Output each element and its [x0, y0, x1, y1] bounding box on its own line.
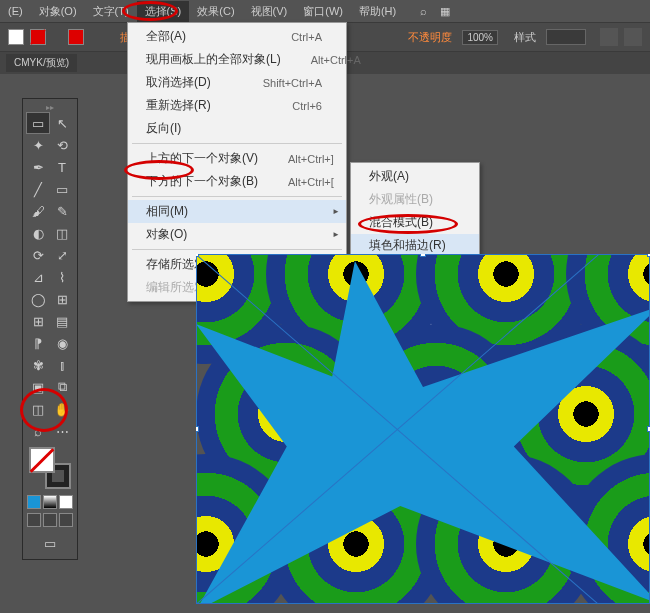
- zoom-tool[interactable]: ⌕: [27, 421, 49, 441]
- transform-icon[interactable]: [624, 28, 642, 46]
- toolbox: ▸▸ ▭↖ ✦⟲ ✒T ╱▭ 🖌✎ ◐◫ ⟳⤢ ⊿⌇ ◯⊞ ⊞▤ ⁋◉ ✾⫿ ▣…: [22, 98, 78, 560]
- align-icon[interactable]: [600, 28, 618, 46]
- rotate-tool[interactable]: ⟳: [27, 245, 49, 265]
- menu-next-above[interactable]: 上方的下一个对象(V)Alt+Ctrl+]: [128, 147, 346, 170]
- tab-handle-icon[interactable]: ▸▸: [27, 103, 73, 111]
- brush-tool[interactable]: 🖌: [27, 201, 49, 221]
- eraser-tool[interactable]: ◫: [51, 223, 73, 243]
- menu-select[interactable]: 选择(S): [137, 1, 190, 22]
- lasso-tool[interactable]: ⟲: [51, 135, 73, 155]
- selection-bounds: [196, 254, 650, 604]
- direct-selection-tool[interactable]: ↖: [51, 113, 73, 133]
- same-blend-mode[interactable]: 混合模式(B): [351, 211, 479, 234]
- menu-same[interactable]: 相同(M): [128, 200, 346, 223]
- pen-tool[interactable]: ✒: [27, 157, 49, 177]
- eyedropper-tool[interactable]: ⁋: [27, 333, 49, 353]
- menu-object[interactable]: 对象(O): [128, 223, 346, 246]
- pencil-tool[interactable]: ✎: [51, 201, 73, 221]
- opacity-value[interactable]: 100%: [462, 30, 498, 45]
- selection-tool[interactable]: ▭: [27, 113, 49, 133]
- color-mode[interactable]: [27, 495, 41, 509]
- menubar: (E) 对象(O) 文字(T) 选择(S) 效果(C) 视图(V) 窗口(W) …: [0, 0, 650, 22]
- menu-inverse[interactable]: 反向(I): [128, 117, 346, 140]
- menu-view[interactable]: 视图(V): [243, 1, 296, 22]
- menu-help[interactable]: 帮助(H): [351, 1, 404, 22]
- mesh-tool[interactable]: ⊞: [27, 311, 49, 331]
- type-tool[interactable]: T: [51, 157, 73, 177]
- graph-tool[interactable]: ⫿: [51, 355, 73, 375]
- none-mode[interactable]: [59, 495, 73, 509]
- menu-select-artboard[interactable]: 现用画板上的全部对象(L)Alt+Ctrl+A: [128, 48, 346, 71]
- menu-deselect[interactable]: 取消选择(D)Shift+Ctrl+A: [128, 71, 346, 94]
- scale-tool[interactable]: ⤢: [51, 245, 73, 265]
- arrange-icon[interactable]: ▦: [436, 2, 454, 20]
- menu-edit[interactable]: (E): [0, 2, 31, 20]
- magic-wand-tool[interactable]: ✦: [27, 135, 49, 155]
- width-tool[interactable]: ⊿: [27, 267, 49, 287]
- opacity-label: 不透明度: [408, 30, 452, 45]
- fill-stroke-control[interactable]: [29, 447, 71, 489]
- menu-reselect[interactable]: 重新选择(R)Ctrl+6: [128, 94, 346, 117]
- hand-tool[interactable]: ✋: [51, 399, 73, 419]
- document-tab[interactable]: CMYK/预览): [6, 54, 77, 72]
- style-dropdown[interactable]: [546, 29, 586, 45]
- no-fill-swatch[interactable]: [30, 29, 46, 45]
- gradient-mode[interactable]: [43, 495, 57, 509]
- gradient-tool[interactable]: ▤: [51, 311, 73, 331]
- warp-tool[interactable]: ⌇: [51, 267, 73, 287]
- draw-inside[interactable]: [59, 513, 73, 527]
- shaper-tool[interactable]: ◯: [27, 289, 49, 309]
- rectangle-tool[interactable]: ▭: [51, 179, 73, 199]
- line-tool[interactable]: ╱: [27, 179, 49, 199]
- blend-tool[interactable]: ◉: [51, 333, 73, 353]
- draw-behind[interactable]: [43, 513, 57, 527]
- screen-mode[interactable]: ▭: [27, 533, 73, 553]
- menu-object[interactable]: 对象(O): [31, 1, 85, 22]
- perspective-tool[interactable]: ◫: [27, 399, 49, 419]
- draw-normal[interactable]: [27, 513, 41, 527]
- menu-type[interactable]: 文字(T): [85, 1, 137, 22]
- same-appearance[interactable]: 外观(A): [351, 165, 479, 188]
- menu-effect[interactable]: 效果(C): [189, 1, 242, 22]
- artboard-tool[interactable]: ▣: [27, 377, 49, 397]
- same-appearance-attr: 外观属性(B): [351, 188, 479, 211]
- menu-select-all[interactable]: 全部(A)Ctrl+A: [128, 25, 346, 48]
- menu-window[interactable]: 窗口(W): [295, 1, 351, 22]
- fill-control[interactable]: [29, 447, 55, 473]
- free-transform-tool[interactable]: ⊞: [51, 289, 73, 309]
- stroke-swatch[interactable]: [68, 29, 84, 45]
- blob-tool[interactable]: ◐: [27, 223, 49, 243]
- canvas[interactable]: [196, 254, 650, 604]
- slice-tool[interactable]: ⧉: [51, 377, 73, 397]
- search-icon[interactable]: ⌕: [414, 2, 432, 20]
- style-label: 样式: [514, 30, 536, 45]
- symbol-tool[interactable]: ✾: [27, 355, 49, 375]
- fill-swatch[interactable]: [8, 29, 24, 45]
- extra-tool[interactable]: ⋯: [51, 421, 73, 441]
- menu-next-below[interactable]: 下方的下一个对象(B)Alt+Ctrl+[: [128, 170, 346, 193]
